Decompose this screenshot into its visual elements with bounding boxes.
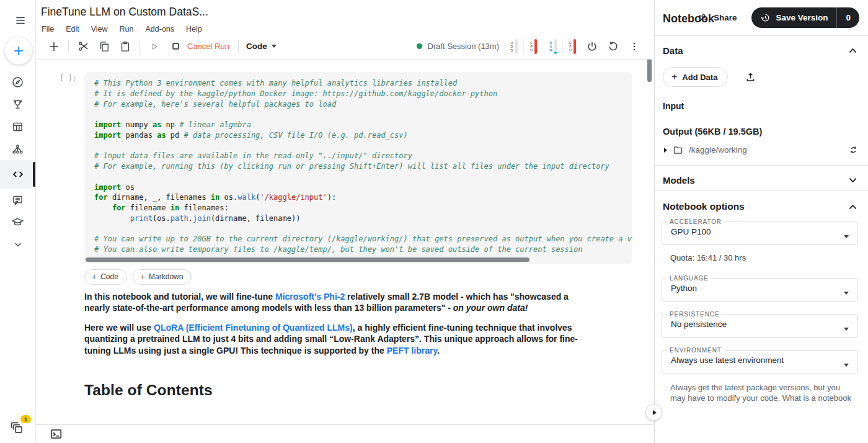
environment-help-text: Always get the latest package versions, … — [670, 383, 857, 403]
session-status-dot — [417, 43, 422, 49]
sync-icon[interactable] — [849, 145, 858, 154]
persistence-value: No persistence — [662, 318, 857, 330]
markdown-cell[interactable]: In this notebook and tutorial, we will f… — [84, 291, 591, 396]
active-events-button[interactable]: 1 — [9, 419, 27, 438]
add-cell-icon[interactable] — [46, 38, 62, 55]
menu-help[interactable]: Help — [186, 25, 202, 34]
sidebar-item-competitions[interactable] — [0, 93, 35, 115]
cpu-meter: CPU — [523, 39, 543, 54]
language-select[interactable]: LANGUAGE Python — [662, 275, 858, 302]
add-markdown-cell-button[interactable]: Markdown — [133, 269, 192, 285]
menu-file[interactable]: File — [42, 25, 54, 34]
chevron-down-icon — [272, 45, 277, 48]
sidebar-item-models[interactable] — [0, 138, 35, 160]
cell-horizontal-scrollbar[interactable] — [86, 257, 529, 262]
models-icon — [11, 143, 24, 156]
chevron-down-icon — [844, 292, 849, 295]
sidebar-item-learn[interactable] — [0, 211, 35, 233]
version-count[interactable]: 0 — [837, 7, 859, 28]
chevron-down-icon — [844, 235, 849, 238]
share-person-icon — [697, 12, 709, 24]
menu-bar: File Edit View Run Add-ons Help — [42, 25, 653, 34]
accelerator-select[interactable]: ACCELERATOR GPU P100 — [662, 218, 858, 245]
cancel-run-button[interactable]: Cancel Run — [187, 42, 229, 51]
gpu-meter: GPU — [562, 39, 582, 54]
chevron-down-icon — [844, 328, 849, 331]
notebook-vertical-scrollbar[interactable] — [647, 60, 652, 82]
inline-link[interactable]: QLoRA (Efficient Finetuning of Quantized… — [154, 323, 353, 333]
sidebar-item-datasets[interactable] — [0, 115, 35, 138]
paste-icon[interactable] — [117, 38, 133, 55]
create-button[interactable]: + — [5, 37, 32, 65]
cell-type-select[interactable]: Code — [246, 42, 277, 51]
menu-hamburger-icon[interactable] — [12, 12, 29, 29]
persistence-label: PERSISTENCE — [666, 311, 722, 318]
power-icon[interactable] — [584, 38, 600, 55]
restart-session-icon[interactable] — [605, 38, 621, 55]
accelerator-value: GPU P100 — [662, 225, 857, 238]
code-lines: # This Python 3 environment comes with m… — [94, 78, 622, 255]
more-options-icon[interactable] — [626, 38, 642, 55]
compass-icon — [11, 76, 24, 89]
notebook-title[interactable]: FineTune LLM on Custom DataS... — [41, 6, 221, 19]
add-data-row: + Add Data — [663, 67, 868, 87]
persistence-select[interactable]: PERSISTENCE No persistence — [662, 311, 858, 338]
output-folder-row[interactable]: /kaggle/working — [664, 145, 858, 155]
cell-execution-prompt: [ ]: — [60, 74, 77, 83]
environment-select[interactable]: ENVIRONMENT Always use latest environmen… — [662, 347, 858, 374]
caret-right-icon[interactable] — [664, 148, 667, 153]
inline-link[interactable]: Microsoft's Phi-2 — [275, 292, 345, 302]
add-cell-row: Code Markdown — [84, 269, 653, 285]
add-data-button[interactable]: + Add Data — [663, 67, 728, 87]
menu-view[interactable]: View — [91, 25, 108, 34]
trophy-icon — [11, 98, 24, 111]
collapse-panel-button[interactable] — [645, 404, 662, 421]
menu-add-ons[interactable]: Add-ons — [146, 25, 175, 34]
run-cell-icon[interactable] — [146, 38, 162, 55]
sidebar-nav — [0, 71, 35, 256]
cell-type-value: Code — [246, 42, 267, 51]
share-label: Share — [714, 13, 737, 22]
chevron-down-icon — [844, 364, 849, 367]
data-section-header[interactable]: Data — [655, 36, 868, 61]
notebook-content: [ ]: # This Python 3 environment comes w… — [36, 60, 653, 423]
add-code-cell-button[interactable]: Code — [84, 269, 127, 285]
menu-run[interactable]: Run — [120, 25, 134, 34]
chevron-up-icon — [849, 204, 857, 210]
models-section-title: Models — [663, 175, 695, 186]
environment-label: ENVIRONMENT — [666, 347, 725, 354]
inline-link[interactable]: PEFT library — [387, 346, 437, 356]
stop-icon[interactable] — [167, 38, 184, 55]
toolbar-divider — [140, 40, 140, 53]
sidebar-item-home[interactable] — [0, 71, 35, 93]
resource-meters: HDD CPU RAM GPU — [504, 39, 582, 54]
ram-meter: RAM — [542, 39, 562, 54]
console-icon[interactable] — [50, 428, 63, 441]
language-value: Python — [662, 282, 857, 294]
code-editor[interactable]: # This Python 3 environment comes with m… — [84, 72, 632, 264]
events-badge: 1 — [20, 415, 31, 423]
sidebar-item-more[interactable] — [0, 233, 35, 256]
notebook-footer — [36, 424, 653, 443]
chevron-up-icon — [849, 48, 857, 53]
learn-icon — [11, 216, 24, 229]
session-status[interactable]: Draft Session (13m) — [417, 42, 499, 51]
output-folder-path: /kaggle/working — [689, 145, 747, 154]
cut-icon[interactable] — [75, 38, 91, 55]
toolbar-divider — [68, 40, 69, 53]
menu-edit[interactable]: Edit — [66, 25, 79, 34]
session-status-label: Draft Session (13m) — [427, 42, 499, 51]
accelerator-label: ACCELERATOR — [666, 218, 725, 225]
models-section-header[interactable]: Models — [655, 166, 868, 190]
input-section-label: Input — [663, 101, 868, 111]
sidebar-item-discussions[interactable] — [0, 189, 35, 211]
share-button[interactable]: Share — [697, 12, 737, 24]
upload-icon[interactable] — [745, 71, 756, 83]
hdd-meter: HDD — [504, 39, 523, 54]
notebook-options-header[interactable]: Notebook options — [655, 191, 868, 218]
copy-icon[interactable] — [96, 38, 112, 55]
plus-icon: + — [671, 72, 677, 82]
save-version-button[interactable]: Save Version 0 — [751, 7, 859, 28]
header-actions: Share Save Version 0 — [697, 7, 859, 28]
sidebar-item-code[interactable] — [0, 160, 35, 189]
